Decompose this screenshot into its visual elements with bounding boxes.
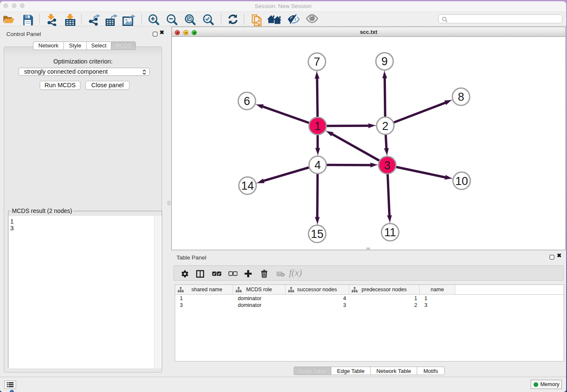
- svg-text:6: 6: [244, 95, 250, 108]
- svg-text:3: 3: [384, 159, 391, 172]
- svg-text:10: 10: [455, 175, 468, 188]
- svg-text:15: 15: [311, 228, 323, 240]
- svg-text:1: 1: [314, 120, 321, 133]
- svg-text:7: 7: [314, 55, 320, 68]
- svg-text:4: 4: [314, 159, 321, 171]
- svg-text:11: 11: [384, 226, 396, 239]
- svg-text:9: 9: [381, 55, 388, 68]
- svg-text:8: 8: [458, 91, 464, 103]
- svg-text:2: 2: [382, 120, 388, 133]
- svg-text:14: 14: [241, 179, 254, 192]
